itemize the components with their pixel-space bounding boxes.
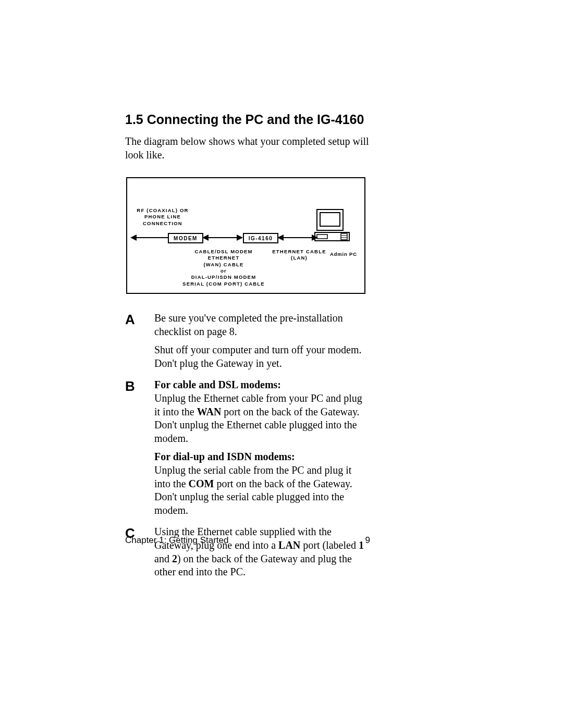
footer-page-number: 9 bbox=[365, 535, 370, 546]
diagram-line bbox=[137, 237, 168, 238]
step-letter: A bbox=[125, 312, 154, 326]
step-text: Shut off your computer and turn off your… bbox=[154, 343, 370, 370]
svg-rect-4 bbox=[341, 233, 347, 240]
step-body: Be sure you've completed the pre-install… bbox=[154, 312, 370, 375]
step-b: B For cable and DSL modems: Unplug the E… bbox=[125, 378, 370, 522]
step-text: Using the Ethernet cable supplied with t… bbox=[154, 525, 370, 578]
ig4160-box: IG-4160 bbox=[243, 233, 278, 243]
step-letter: B bbox=[125, 378, 154, 393]
step-body: For cable and DSL modems: Unplug the Eth… bbox=[154, 378, 370, 522]
monitor-icon bbox=[314, 208, 350, 245]
step-text: For dial-up and ISDN modems: Unplug the … bbox=[154, 450, 370, 517]
step-text: Be sure you've completed the pre-install… bbox=[154, 312, 370, 338]
arrow-left-icon bbox=[130, 235, 137, 241]
arrow-left-icon bbox=[202, 235, 209, 241]
admin-pc-label: Admin PC bbox=[325, 251, 362, 257]
cable-dsl-label: CABLE/DSL MODEM ETHERNET (WAN) CABLE or … bbox=[179, 249, 268, 287]
footer-chapter: Chapter 1: Getting Started bbox=[125, 535, 228, 546]
svg-rect-3 bbox=[317, 235, 327, 239]
step-a: A Be sure you've completed the pre-insta… bbox=[125, 312, 370, 375]
step-c: C Using the Ethernet cable supplied with… bbox=[125, 525, 370, 584]
section-heading: 1.5 Connecting the PC and the IG-4160 bbox=[125, 112, 370, 127]
step-body: Using the Ethernet cable supplied with t… bbox=[154, 525, 370, 584]
modem-box: MODEM bbox=[168, 233, 203, 243]
intro-text: The diagram below shows what your comple… bbox=[125, 134, 370, 162]
svg-rect-1 bbox=[320, 213, 340, 226]
ethernet-lan-label: ETHERNET CABLE (LAN) bbox=[268, 249, 331, 262]
arrow-right-icon bbox=[237, 235, 243, 241]
setup-diagram: RF (COAXIAL) OR PHONE LINE CONNECTION MO… bbox=[126, 177, 365, 294]
rf-phone-label: RF (COAXIAL) OR PHONE LINE CONNECTION bbox=[131, 207, 194, 227]
diagram-line bbox=[284, 237, 312, 238]
arrow-left-icon bbox=[277, 235, 284, 241]
page-footer: Chapter 1: Getting Started 9 bbox=[125, 535, 370, 546]
step-text: For cable and DSL modems: Unplug the Eth… bbox=[154, 378, 370, 445]
diagram-line bbox=[209, 237, 237, 238]
page-content: 1.5 Connecting the PC and the IG-4160 Th… bbox=[125, 112, 370, 587]
